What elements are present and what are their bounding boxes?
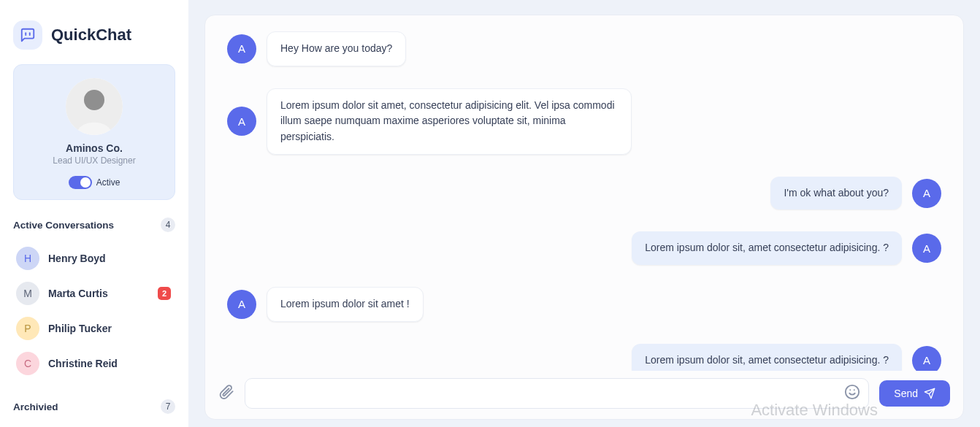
- message-bubble: Lorem ipsum dolor sit, amet consectetur …: [632, 231, 902, 265]
- brand: QuickChat: [13, 20, 175, 50]
- message-avatar: A: [912, 346, 941, 371]
- profile-avatar: [66, 78, 123, 135]
- message-input-wrap: [245, 378, 869, 409]
- conversation-item[interactable]: HHenry Boyd: [13, 241, 174, 276]
- conversation-name: Philip Tucker: [48, 323, 171, 334]
- conversation-list[interactable]: HHenry BoydMMarta Curtis2PPhilip TuckerC…: [13, 241, 175, 386]
- conversation-avatar: H: [16, 247, 39, 270]
- profile-name: Aminos Co.: [66, 142, 123, 154]
- conversation-avatar: M: [16, 282, 39, 305]
- chat-icon: [13, 20, 42, 50]
- chat-panel: AHey How are you today?ALorem ipsum dolo…: [204, 15, 964, 420]
- message-outgoing: AI'm ok what about you?: [227, 177, 941, 210]
- messages-scroll[interactable]: AHey How are you today?ALorem ipsum dolo…: [205, 15, 963, 371]
- message-bubble: Lorem ipsum dolor sit amet, consectetur …: [267, 88, 632, 155]
- send-button[interactable]: Send: [879, 380, 950, 407]
- unread-badge: 2: [158, 287, 171, 300]
- svg-point-4: [846, 385, 859, 399]
- message-avatar: A: [227, 34, 256, 64]
- message-avatar: A: [912, 234, 941, 263]
- message-incoming: ALorem ipsum dolor sit amet, consectetur…: [227, 88, 941, 155]
- message-outgoing: ALorem ipsum dolor sit, amet consectetur…: [227, 231, 941, 265]
- message-bubble: I'm ok what about you?: [770, 177, 902, 210]
- active-conversations-title: Active Conversations: [13, 220, 114, 231]
- active-conversations-header: Active Conversations 4: [13, 218, 175, 232]
- svg-point-3: [84, 90, 104, 110]
- message-avatar: A: [227, 290, 256, 319]
- message-incoming: AHey How are you today?: [227, 31, 941, 66]
- sidebar: QuickChat Aminos Co. Lead UI/UX Designer…: [0, 0, 188, 427]
- archived-header: Archivied 7: [13, 399, 175, 418]
- conversation-name: Henry Boyd: [48, 253, 171, 264]
- attach-icon[interactable]: [218, 384, 234, 403]
- conversation-avatar: C: [16, 352, 39, 375]
- conversation-name: Marta Curtis: [48, 288, 149, 299]
- message-avatar: A: [227, 107, 256, 136]
- message-outgoing: ALorem ipsum dolor sit, amet consectetur…: [227, 344, 941, 371]
- send-icon: [924, 388, 935, 399]
- profile-role: Lead UI/UX Designer: [53, 155, 135, 166]
- conversation-avatar: P: [16, 317, 39, 340]
- message-bubble: Lorem ipsum dolor sit, amet consectetur …: [632, 344, 902, 371]
- active-conversations-count: 4: [161, 218, 175, 232]
- conversation-item[interactable]: CChristine Reid: [13, 346, 174, 381]
- emoji-icon[interactable]: [844, 384, 860, 403]
- conversation-item[interactable]: MMarta Curtis2: [13, 276, 174, 311]
- archived-count: 7: [161, 399, 175, 414]
- conversation-item[interactable]: PPhilip Tucker: [13, 311, 174, 346]
- message-incoming: ALorem ipsum dolor sit amet !: [227, 287, 941, 322]
- send-button-label: Send: [894, 388, 918, 399]
- archived-title: Archivied: [13, 401, 58, 412]
- profile-card: Aminos Co. Lead UI/UX Designer Active: [13, 64, 175, 200]
- active-toggle-label: Active: [96, 177, 120, 188]
- message-input[interactable]: [245, 378, 869, 409]
- message-avatar: A: [912, 179, 941, 208]
- active-toggle[interactable]: [69, 176, 92, 189]
- message-bubble: Hey How are you today?: [267, 31, 406, 66]
- main-area: AHey How are you today?ALorem ipsum dolo…: [188, 0, 980, 427]
- app-title: QuickChat: [51, 26, 131, 45]
- conversation-name: Christine Reid: [48, 358, 171, 369]
- composer: Send: [205, 371, 963, 419]
- message-bubble: Lorem ipsum dolor sit amet !: [267, 287, 424, 322]
